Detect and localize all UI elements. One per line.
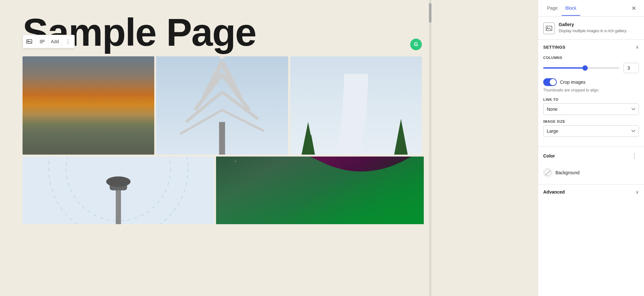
gallery-image-snow-lamp[interactable] — [23, 157, 214, 224]
block-info-text: Gallery Display multiple images in a ric… — [559, 22, 627, 34]
block-toolbar: Add ⋮ — [23, 35, 75, 48]
sidebar: Page Block ✕ Gallery Display multiple im… — [538, 0, 644, 296]
crop-images-toggle[interactable] — [543, 78, 557, 86]
settings-chevron-icon — [636, 44, 639, 50]
svg-point-33 — [235, 161, 236, 162]
settings-content: COLUMNS Crop images Thumbnails are cropp… — [538, 54, 644, 147]
columns-slider-fill — [543, 67, 585, 69]
block-info: Gallery Display multiple images in a ric… — [538, 17, 644, 40]
scroll-thumb[interactable] — [429, 3, 431, 23]
toolbar-more-button[interactable]: ⋮ — [62, 35, 74, 48]
toolbar-image-button[interactable] — [23, 35, 36, 48]
columns-control — [543, 63, 639, 73]
close-button[interactable]: ✕ — [629, 3, 639, 14]
no-color-indicator — [545, 169, 551, 176]
gallery-container — [23, 56, 422, 224]
columns-slider-track[interactable] — [543, 67, 620, 69]
svg-point-27 — [106, 177, 131, 187]
canvas-area: Sample Page Add ⋮ G — [0, 0, 538, 296]
columns-slider-thumb[interactable] — [582, 65, 588, 71]
tab-page[interactable]: Page — [543, 1, 562, 16]
color-label: Color — [543, 153, 555, 158]
sidebar-header: Page Block ✕ — [538, 0, 644, 17]
crop-images-row: Crop images — [543, 78, 639, 86]
toggle-knob — [550, 79, 556, 85]
toolbar-add-button[interactable]: Add — [49, 35, 62, 48]
gallery-image-sunset[interactable] — [23, 56, 154, 155]
crop-images-label: Crop images — [560, 80, 585, 85]
link-to-label: LINK TO — [543, 98, 639, 101]
settings-header[interactable]: Settings — [538, 40, 644, 54]
gallery-block-icon — [543, 23, 555, 34]
color-more-options-button[interactable]: ⋮ — [630, 151, 639, 160]
image-size-select[interactable]: Thumbnail Medium Large Full Size — [543, 125, 639, 137]
toolbar-align-button[interactable] — [36, 35, 49, 48]
page-title: Sample Page — [0, 0, 538, 58]
advanced-section: Advanced — [538, 185, 644, 199]
color-content: Background — [538, 165, 644, 184]
block-description: Display multiple images in a rich galler… — [559, 28, 627, 34]
image-size-label: IMAGE SIZE — [543, 119, 639, 123]
advanced-chevron-icon — [636, 189, 639, 195]
color-section: Color ⋮ Background — [538, 147, 644, 185]
avatar[interactable]: G — [410, 39, 422, 50]
settings-label: Settings — [543, 45, 565, 50]
block-name: Gallery — [559, 22, 627, 27]
crop-images-description: Thumbnails are cropped to align. — [543, 88, 639, 92]
color-background-option[interactable]: Background — [543, 166, 639, 179]
columns-label: COLUMNS — [543, 56, 639, 60]
tab-block[interactable]: Block — [562, 1, 580, 16]
gallery-row-2 — [23, 157, 422, 224]
background-color-swatch[interactable] — [543, 168, 552, 177]
color-section-header: Color ⋮ — [538, 147, 644, 165]
scroll-track[interactable] — [429, 0, 431, 296]
gallery-row-1 — [23, 56, 422, 155]
link-to-group: LINK TO None Media File Attachment Page — [543, 98, 639, 115]
gallery-image-snow-path[interactable] — [290, 56, 422, 155]
svg-rect-7 — [219, 122, 225, 155]
svg-rect-25 — [116, 186, 121, 224]
link-to-select[interactable]: None Media File Attachment Page — [543, 103, 639, 115]
gallery-image-frozen-tree[interactable] — [156, 56, 288, 155]
background-color-label: Background — [555, 170, 580, 175]
advanced-label: Advanced — [543, 189, 565, 195]
gallery-image-aurora[interactable] — [216, 157, 424, 224]
image-size-group: IMAGE SIZE Thumbnail Medium Large Full S… — [543, 119, 639, 137]
settings-section: Settings COLUMNS Crop images Thumbnails … — [538, 40, 644, 147]
columns-number-input[interactable] — [623, 63, 639, 73]
advanced-header[interactable]: Advanced — [538, 185, 644, 199]
